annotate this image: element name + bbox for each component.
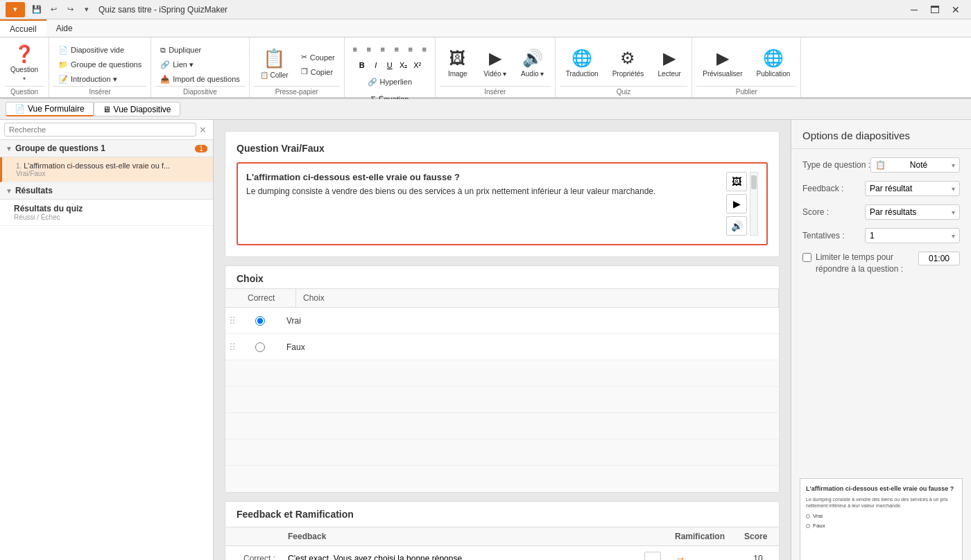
add-image-button[interactable]: 🖼: [726, 172, 747, 191]
feedback-correct-more-button[interactable]: ...: [644, 552, 661, 560]
preview-radio-1: [806, 514, 810, 518]
question-item-1[interactable]: 1. L'affirmation ci-dessous est-elle vra…: [0, 157, 213, 182]
feedback-arrow: ▾: [952, 185, 955, 193]
feedback-score-header: Score: [737, 527, 779, 546]
list-btn-3[interactable]: ≡: [377, 43, 389, 55]
introduction-button[interactable]: 📝 Introduction ▾: [53, 72, 146, 86]
limit-time-checkbox[interactable]: [802, 253, 811, 262]
feedback-correct-label: Correct :: [225, 546, 281, 561]
video-button[interactable]: ▶ Vidéo ▾: [477, 40, 513, 86]
lecteur-button[interactable]: ▶ Lecteur: [651, 40, 687, 86]
traduction-button[interactable]: 🌐 Traduction: [560, 40, 605, 86]
add-video-button[interactable]: ▶: [726, 194, 747, 213]
close-button[interactable]: ✕: [946, 3, 965, 17]
search-clear-button[interactable]: ✕: [196, 123, 209, 136]
choice-radio-2[interactable]: [255, 342, 265, 352]
list-btn-2[interactable]: ≡: [363, 43, 375, 55]
results-item-1[interactable]: Résultats du quiz Réussi / Échec: [0, 200, 213, 226]
ribbon-group-publier-label: Publier: [696, 86, 796, 96]
slide-preview: L'affirmation ci-dessous est-elle vraie …: [800, 478, 963, 560]
ribbon-group-inserer-buttons: 📄 Diapositive vide 📁 Groupe de questions…: [53, 40, 146, 86]
previsualiser-button[interactable]: ▶ Prévisualiser: [696, 40, 748, 86]
diapositive-vide-icon: 📄: [58, 46, 68, 55]
tab-aide[interactable]: Aide: [46, 19, 83, 37]
time-input[interactable]: [918, 252, 960, 265]
traduction-icon: 🌐: [572, 49, 592, 68]
lien-icon: 🔗: [160, 60, 170, 69]
list-btn-1[interactable]: ≡: [349, 43, 361, 55]
italic-button[interactable]: I: [370, 59, 382, 71]
ramification-arrow-correct: →: [675, 552, 686, 560]
ribbon-group-texte: ≡ ≡ ≡ ≡ ≡ ≡ B I U X₂ X² 🔗 Hy: [345, 37, 436, 97]
question-label: Question: [10, 66, 38, 73]
search-input[interactable]: [4, 123, 196, 137]
audio-button[interactable]: 🔊 Audio ▾: [515, 40, 551, 86]
redo-button[interactable]: ↪: [62, 2, 78, 17]
question-item-title: 1. L'affirmation ci-dessous est-elle vra…: [16, 161, 203, 170]
couper-button[interactable]: ✂ Couper: [296, 51, 340, 64]
group-header-1[interactable]: ▼ Groupe de questions 1 1: [0, 140, 213, 157]
choice-row-1: ⠿ Vrai: [225, 308, 779, 334]
image-icon: 🖼: [449, 49, 466, 68]
quick-access-dropdown[interactable]: ▾: [79, 2, 94, 17]
vue-diapositive-button[interactable]: 🖥 Vue Diapositive: [94, 102, 180, 116]
minimize-button[interactable]: ─: [904, 3, 924, 17]
feedback-correct-score: 10: [737, 546, 779, 561]
group-header-label: Groupe de questions 1: [15, 143, 195, 153]
bold-button[interactable]: B: [356, 59, 368, 71]
dupliquer-button[interactable]: ⧉ Dupliquer: [155, 43, 245, 57]
tentatives-label: Tentatives :: [802, 231, 865, 240]
text-style-row: B I U X₂ X²: [356, 59, 424, 71]
choice-radio-1[interactable]: [255, 316, 265, 326]
feedback-select[interactable]: Par résultat ▾: [865, 181, 960, 196]
list-btn-6[interactable]: ≡: [418, 43, 431, 55]
hyperlien-icon: 🔗: [368, 78, 377, 87]
diapositive-vide-button[interactable]: 📄 Diapositive vide: [53, 43, 146, 57]
groupe-questions-button[interactable]: 📁 Groupe de questions: [53, 58, 146, 71]
question-text-box[interactable]: L'affirmation ci-dessous est-elle vraie …: [237, 162, 768, 245]
copier-button[interactable]: ❐ Copier: [296, 65, 340, 79]
coller-button[interactable]: 📋 📋 Coller: [254, 40, 295, 86]
copier-icon: ❐: [301, 67, 308, 76]
import-questions-button[interactable]: 📥 Import de questions: [155, 72, 245, 86]
hyperlien-button[interactable]: 🔗 Hyperlien: [363, 75, 417, 89]
app-menu-button[interactable]: ▾: [6, 2, 25, 17]
maximize-button[interactable]: 🗖: [925, 3, 945, 17]
superscript-button[interactable]: X²: [411, 59, 424, 71]
question-button[interactable]: ❓ Question ▾: [4, 40, 44, 86]
title-bar-left: ▾ 💾 ↩ ↪ ▾ Quiz sans titre - iSpring Quiz…: [6, 2, 227, 17]
lien-button[interactable]: 🔗 Lien ▾: [155, 58, 245, 71]
underline-button[interactable]: U: [384, 59, 396, 71]
score-select[interactable]: Par résultats ▾: [865, 204, 960, 220]
quick-access-toolbar: 💾 ↩ ↪ ▾: [29, 2, 94, 17]
couper-icon: ✂: [301, 53, 307, 62]
image-button[interactable]: 🖼 Image: [440, 40, 476, 86]
tab-accueil[interactable]: Accueil: [0, 19, 46, 37]
choice-drag-handle-2[interactable]: ⠿: [225, 342, 239, 353]
add-audio-button[interactable]: 🔊: [726, 216, 747, 236]
empty-row-1: [225, 360, 779, 387]
list-btn-5[interactable]: ≡: [404, 43, 417, 55]
lecteur-icon: ▶: [663, 49, 676, 68]
feedback-label-header: [225, 527, 281, 546]
proprietes-button[interactable]: ⚙ Propriétés: [606, 40, 651, 86]
choice-drag-handle-1[interactable]: ⠿: [225, 315, 239, 326]
results-header[interactable]: ▼ Résultats: [0, 182, 213, 200]
feedback-section: Feedback et Ramification Feedback Ramifi…: [225, 501, 780, 560]
undo-button[interactable]: ↩: [46, 2, 61, 17]
publication-button[interactable]: 🌐 Publication: [750, 40, 796, 86]
subscript-button[interactable]: X₂: [397, 59, 410, 71]
tentatives-select[interactable]: 1 ▾: [865, 228, 960, 243]
feedback-row-correct: Correct : C'est exact. Vous avez choisi …: [225, 546, 779, 561]
preview-radio-vrai: Vrai: [806, 512, 956, 520]
list-btn-4[interactable]: ≡: [390, 43, 403, 55]
main-layout: ✕ ▼ Groupe de questions 1 1 1. L'affirma…: [0, 120, 971, 560]
ribbon-group-publier: ▶ Prévisualiser 🌐 Publication Publier: [692, 37, 801, 97]
type-question-select[interactable]: 📋 Noté ▾: [870, 157, 960, 173]
ribbon-group-media-buttons: 🖼 Image ▶ Vidéo ▾ 🔊 Audio ▾: [440, 40, 551, 86]
text-scrollbar[interactable]: [750, 172, 758, 236]
feedback-table-head: Feedback Ramification Score: [225, 527, 779, 546]
vue-formulaire-button[interactable]: 📄 Vue Formulaire: [6, 102, 94, 116]
title-bar: ▾ 💾 ↩ ↪ ▾ Quiz sans titre - iSpring Quiz…: [0, 0, 971, 19]
save-button[interactable]: 💾: [29, 2, 44, 17]
